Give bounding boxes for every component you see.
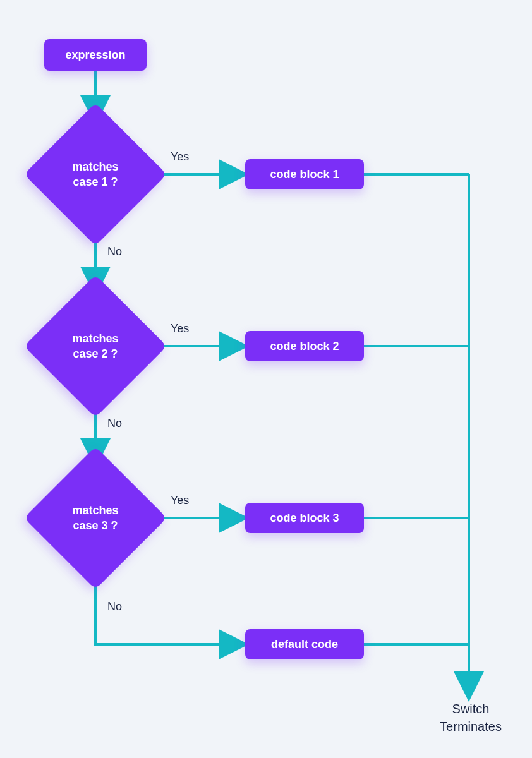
- decision-3-yes-label: Yes: [171, 494, 189, 507]
- code-block-1-label: code block 1: [270, 168, 339, 181]
- code-block-2-label: code block 2: [270, 340, 339, 353]
- decision-3-no-label: No: [107, 600, 122, 613]
- decision-3-label: matches case 3 ?: [72, 503, 118, 534]
- decision-1-no-label: No: [107, 245, 122, 258]
- decision-case-3: matches case 3 ?: [24, 447, 167, 589]
- decision-2-yes-label: Yes: [171, 322, 189, 335]
- decision-case-2: matches case 2 ?: [24, 275, 167, 418]
- default-code-block: default code: [245, 629, 364, 659]
- switch-terminates-label: Switch Terminates: [436, 700, 505, 735]
- default-code-label: default code: [271, 638, 338, 651]
- code-block-3-label: code block 3: [270, 512, 339, 525]
- decision-1-label: matches case 1 ?: [72, 159, 118, 190]
- decision-case-1: matches case 1 ?: [24, 103, 167, 246]
- decision-2-no-label: No: [107, 417, 122, 430]
- start-label: expression: [65, 49, 125, 62]
- decision-2-label: matches case 2 ?: [72, 331, 118, 362]
- code-block-3: code block 3: [245, 503, 364, 533]
- start-node: expression: [44, 39, 147, 71]
- code-block-1: code block 1: [245, 159, 364, 190]
- flowchart-canvas: expression matches case 1 ? Yes No code …: [0, 0, 532, 758]
- decision-1-yes-label: Yes: [171, 150, 189, 164]
- code-block-2: code block 2: [245, 331, 364, 361]
